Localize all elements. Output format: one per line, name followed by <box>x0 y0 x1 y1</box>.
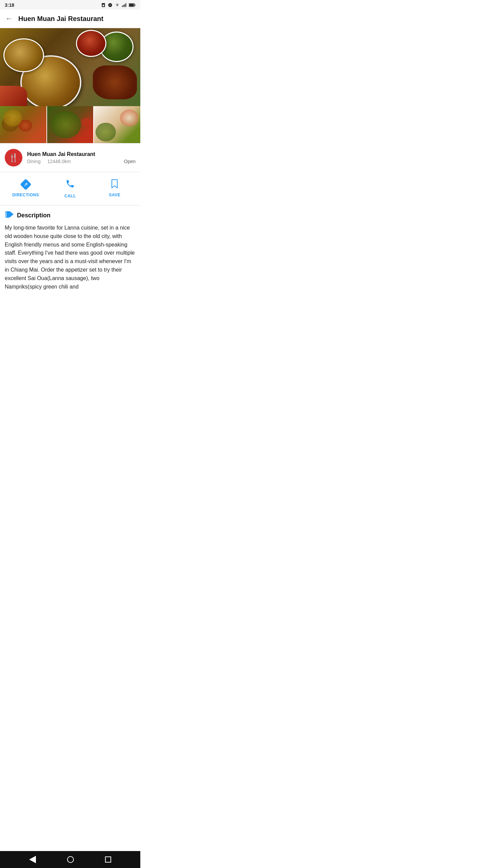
thumbnail-row <box>0 106 140 143</box>
svg-rect-7 <box>126 3 126 7</box>
restaurant-type: Dining <box>27 159 41 164</box>
hero-bowl-1 <box>3 38 44 72</box>
thumb1-bowl3 <box>3 110 22 126</box>
tag-svg <box>5 211 14 218</box>
directions-svg: ↗ <box>21 179 31 190</box>
section-header: Description <box>5 211 136 220</box>
page-title: Huen Muan Jai Restaurant <box>18 15 103 23</box>
call-label: CALL <box>64 194 76 198</box>
hero-meat <box>93 65 137 99</box>
restaurant-details: Huen Muan Jai Restaurant Dining 12448.0k… <box>27 151 136 164</box>
svg-rect-5 <box>123 5 124 7</box>
call-button[interactable]: CALL <box>48 179 92 198</box>
thumb2-chili <box>81 118 92 126</box>
call-icon <box>65 179 75 191</box>
svg-rect-6 <box>124 4 125 7</box>
restaurant-meta: Dining 12448.0km Open <box>27 159 136 164</box>
restaurant-name: Huen Muan Jai Restaurant <box>27 151 136 157</box>
signal-icon <box>122 3 127 7</box>
section-title: Description <box>17 212 50 219</box>
thumbnail-1[interactable] <box>0 106 47 143</box>
directions-label: DIRECTIONS <box>12 193 39 197</box>
back-button[interactable]: ← <box>5 14 13 23</box>
tag-icon <box>5 211 14 220</box>
bookmark-svg <box>110 179 119 189</box>
description-section: Description My long-time favorite for La… <box>0 205 140 296</box>
hero-bowl-3 <box>76 30 106 57</box>
svg-rect-10 <box>129 4 134 6</box>
thumbnail-2[interactable] <box>47 106 94 143</box>
save-button[interactable]: SAVE <box>93 179 137 198</box>
sim-card-icon <box>101 3 106 7</box>
thumb3-bowl <box>120 110 139 126</box>
restaurant-info: 🍴 Huen Muan Jai Restaurant Dining 12448.… <box>0 143 140 172</box>
hero-plate <box>0 86 27 106</box>
hero-image <box>0 28 140 106</box>
description-text: My long-time favorite for Lanna cuisine,… <box>5 224 136 291</box>
svg-rect-1 <box>103 5 104 6</box>
status-icons <box>101 3 136 7</box>
restaurant-status: Open <box>124 159 136 164</box>
svg-rect-4 <box>122 5 123 7</box>
top-bar: ← Huen Muan Jai Restaurant <box>0 9 140 28</box>
save-label: SAVE <box>109 193 120 197</box>
call-svg <box>65 179 75 189</box>
save-icon <box>110 179 119 190</box>
thumb2-food <box>50 111 81 138</box>
directions-button[interactable]: ↗ DIRECTIONS <box>3 179 48 198</box>
restaurant-logo: 🍴 <box>5 149 22 166</box>
dining-icon: 🍴 <box>8 153 19 162</box>
wifi-icon <box>115 3 120 7</box>
do-not-disturb-icon <box>108 3 113 7</box>
action-buttons: ↗ DIRECTIONS CALL SAVE <box>0 172 140 205</box>
restaurant-distance: 12448.0km <box>47 159 71 164</box>
svg-text:↗: ↗ <box>24 182 28 187</box>
directions-icon: ↗ <box>20 179 31 190</box>
battery-icon <box>129 3 136 7</box>
thumbnail-3[interactable] <box>94 106 140 143</box>
status-bar: 3:18 <box>0 0 140 9</box>
status-time: 3:18 <box>5 2 14 8</box>
svg-rect-9 <box>135 4 135 6</box>
thumb3-greens <box>96 123 116 141</box>
